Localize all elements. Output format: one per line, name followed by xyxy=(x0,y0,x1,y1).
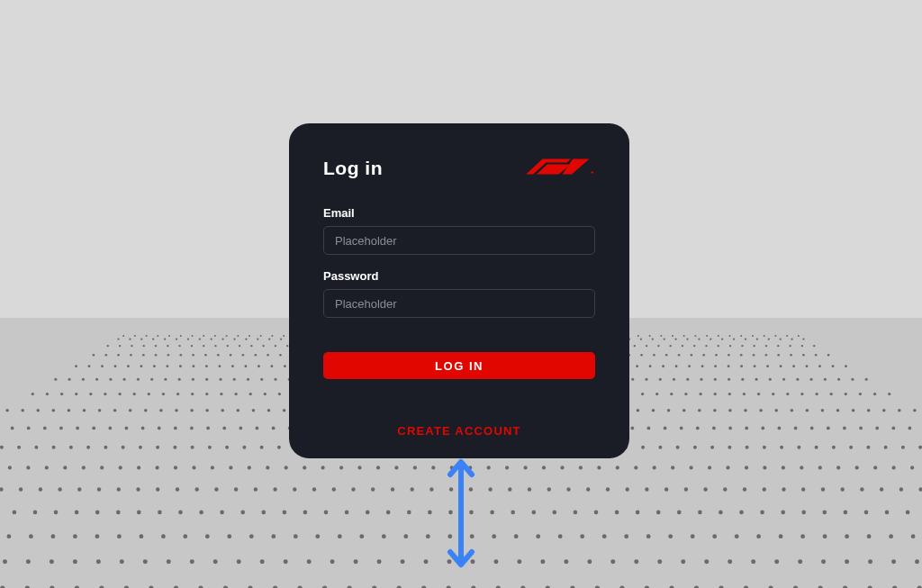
svg-point-721 xyxy=(656,511,661,515)
password-input[interactable] xyxy=(323,289,595,318)
svg-point-185 xyxy=(155,354,158,357)
vertical-resize-arrow-icon[interactable] xyxy=(445,455,477,572)
svg-point-673 xyxy=(606,487,610,491)
svg-point-409 xyxy=(743,393,746,395)
svg-point-126 xyxy=(178,345,180,347)
svg-point-636 xyxy=(818,466,822,469)
login-button[interactable]: LOG IN xyxy=(323,352,595,379)
svg-point-294 xyxy=(780,365,782,367)
svg-point-785 xyxy=(213,559,218,564)
svg-point-73 xyxy=(268,339,270,340)
svg-point-415 xyxy=(830,393,833,395)
svg-point-660 xyxy=(351,487,355,491)
create-account-link[interactable]: CREATE ACCOUNT xyxy=(323,424,595,438)
svg-point-488 xyxy=(125,427,129,430)
card-header: Log in xyxy=(323,158,595,179)
svg-point-790 xyxy=(330,559,335,564)
svg-point-753 xyxy=(426,534,430,538)
svg-point-53 xyxy=(729,335,731,337)
svg-point-734 xyxy=(7,534,12,538)
svg-point-622 xyxy=(560,466,564,469)
svg-point-128 xyxy=(203,345,204,347)
svg-point-740 xyxy=(140,534,144,538)
svg-point-120 xyxy=(107,345,109,347)
svg-point-532 xyxy=(843,427,846,430)
svg-point-54 xyxy=(740,335,742,337)
svg-point-642 xyxy=(0,487,4,491)
svg-point-801 xyxy=(587,559,592,564)
svg-point-227 xyxy=(678,354,681,357)
svg-point-193 xyxy=(254,354,257,357)
svg-point-581 xyxy=(746,446,749,449)
svg-point-345 xyxy=(673,378,675,381)
svg-point-479 xyxy=(913,409,917,412)
svg-point-656 xyxy=(273,487,276,491)
svg-point-69 xyxy=(221,339,223,340)
svg-point-707 xyxy=(366,511,370,515)
svg-point-481 xyxy=(11,427,14,430)
svg-point-664 xyxy=(429,487,433,491)
svg-point-649 xyxy=(136,487,140,491)
svg-point-714 xyxy=(511,511,515,515)
email-input[interactable] xyxy=(323,226,595,255)
svg-point-426 xyxy=(98,409,102,412)
svg-point-733 xyxy=(906,511,910,515)
svg-point-116 xyxy=(768,339,770,340)
svg-point-482 xyxy=(27,427,31,430)
svg-point-638 xyxy=(855,466,859,469)
svg-point-593 xyxy=(26,466,30,469)
svg-point-767 xyxy=(735,534,739,538)
svg-point-418 xyxy=(873,393,876,395)
svg-point-650 xyxy=(156,487,159,491)
svg-point-232 xyxy=(740,354,743,357)
svg-point-765 xyxy=(691,534,695,538)
svg-point-231 xyxy=(728,354,730,357)
svg-point-311 xyxy=(205,378,208,381)
svg-point-704 xyxy=(303,511,308,515)
svg-point-46 xyxy=(649,335,651,337)
svg-point-115 xyxy=(756,339,758,340)
svg-point-301 xyxy=(68,378,71,381)
svg-point-283 xyxy=(636,365,638,367)
svg-point-804 xyxy=(657,559,662,564)
svg-point-554 xyxy=(277,446,281,449)
svg-point-300 xyxy=(54,378,57,381)
svg-point-737 xyxy=(73,534,77,538)
svg-point-65 xyxy=(176,339,177,340)
svg-point-67 xyxy=(199,339,201,340)
svg-point-529 xyxy=(794,427,798,430)
svg-point-4 xyxy=(168,335,170,337)
svg-point-417 xyxy=(859,393,862,395)
svg-point-350 xyxy=(741,378,744,381)
svg-point-625 xyxy=(616,466,619,469)
svg-point-240 xyxy=(75,365,77,367)
svg-point-134 xyxy=(275,345,276,347)
svg-point-1 xyxy=(134,335,136,337)
svg-point-797 xyxy=(494,559,499,564)
svg-point-181 xyxy=(104,354,107,357)
svg-point-305 xyxy=(123,378,126,381)
svg-point-110 xyxy=(698,339,700,340)
svg-point-342 xyxy=(631,378,634,381)
password-label: Password xyxy=(323,269,595,283)
svg-point-621 xyxy=(542,466,546,469)
svg-point-533 xyxy=(859,427,863,430)
svg-point-784 xyxy=(190,559,194,564)
svg-point-170 xyxy=(705,345,707,347)
svg-point-786 xyxy=(237,559,241,564)
svg-point-615 xyxy=(431,466,435,469)
svg-point-773 xyxy=(867,534,872,538)
svg-point-597 xyxy=(100,466,104,469)
svg-point-184 xyxy=(142,354,145,357)
svg-point-746 xyxy=(271,534,276,538)
svg-point-536 xyxy=(908,427,912,430)
svg-point-56 xyxy=(764,335,765,337)
svg-point-586 xyxy=(832,446,836,449)
svg-point-132 xyxy=(250,345,252,347)
svg-point-367 xyxy=(133,393,136,395)
email-field-group: Email xyxy=(323,206,595,255)
svg-point-48 xyxy=(672,335,673,337)
svg-point-547 xyxy=(156,446,159,449)
svg-point-594 xyxy=(45,466,49,469)
svg-point-641 xyxy=(910,466,914,469)
